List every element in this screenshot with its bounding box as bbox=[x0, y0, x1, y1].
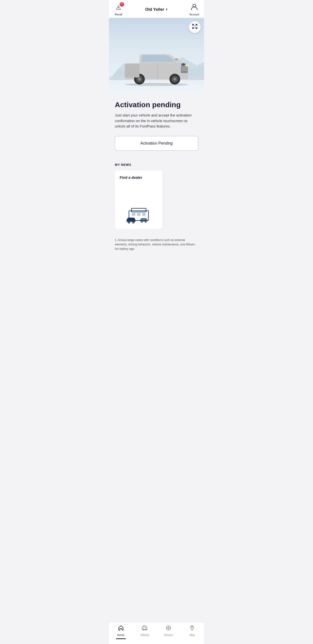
recall-icon-wrap: ⚠ 17 bbox=[114, 3, 123, 12]
svg-rect-23 bbox=[132, 213, 135, 216]
svg-point-13 bbox=[138, 78, 141, 80]
recall-label: Recall bbox=[115, 13, 122, 16]
activation-description: Just start your vehicle and accept the a… bbox=[115, 112, 198, 129]
truck-image bbox=[120, 48, 193, 89]
svg-rect-17 bbox=[125, 64, 140, 78]
svg-point-16 bbox=[173, 78, 176, 80]
activation-pending-button[interactable]: Activation Pending bbox=[115, 136, 198, 151]
account-label: Account bbox=[189, 13, 199, 16]
top-navigation: ⚠ 17 Recall Old Yeller ▾ Account bbox=[109, 0, 204, 18]
svg-rect-10 bbox=[186, 64, 189, 66]
svg-rect-24 bbox=[137, 213, 141, 216]
my-news-title: MY NEWS bbox=[115, 163, 198, 166]
news-cards-row: Find a dealer bbox=[115, 170, 198, 229]
account-icon bbox=[190, 3, 198, 12]
svg-rect-6 bbox=[181, 66, 187, 68]
recall-button[interactable]: ⚠ 17 Recall bbox=[114, 3, 123, 16]
vehicle-name: Old Yeller bbox=[145, 7, 164, 12]
svg-rect-25 bbox=[142, 213, 146, 216]
content-area: Activation pending Just start your vehic… bbox=[109, 94, 204, 156]
svg-rect-22 bbox=[131, 208, 146, 212]
expand-button[interactable] bbox=[189, 21, 201, 33]
svg-point-9 bbox=[181, 63, 185, 66]
find-dealer-icon bbox=[120, 205, 158, 224]
expand-icon bbox=[192, 24, 198, 31]
hero-section bbox=[109, 18, 204, 94]
find-dealer-card[interactable]: Find a dealer bbox=[115, 170, 162, 229]
chevron-down-icon: ▾ bbox=[166, 8, 167, 11]
svg-point-30 bbox=[133, 222, 134, 223]
svg-point-29 bbox=[129, 222, 130, 223]
account-button[interactable]: Account bbox=[189, 3, 199, 16]
disclaimer-text: 1. Actual range varies with conditions s… bbox=[109, 234, 204, 270]
recall-badge: 17 bbox=[120, 2, 124, 6]
svg-point-34 bbox=[141, 221, 142, 222]
svg-rect-8 bbox=[181, 70, 187, 71]
my-news-section: MY NEWS Find a dealer bbox=[109, 156, 204, 234]
svg-rect-19 bbox=[175, 58, 178, 60]
vehicle-selector-button[interactable]: Old Yeller ▾ bbox=[145, 7, 167, 12]
find-dealer-card-title: Find a dealer bbox=[120, 175, 158, 180]
activation-title: Activation pending bbox=[115, 100, 198, 109]
svg-point-20 bbox=[125, 83, 188, 86]
svg-point-35 bbox=[145, 221, 146, 222]
svg-rect-7 bbox=[181, 68, 187, 69]
